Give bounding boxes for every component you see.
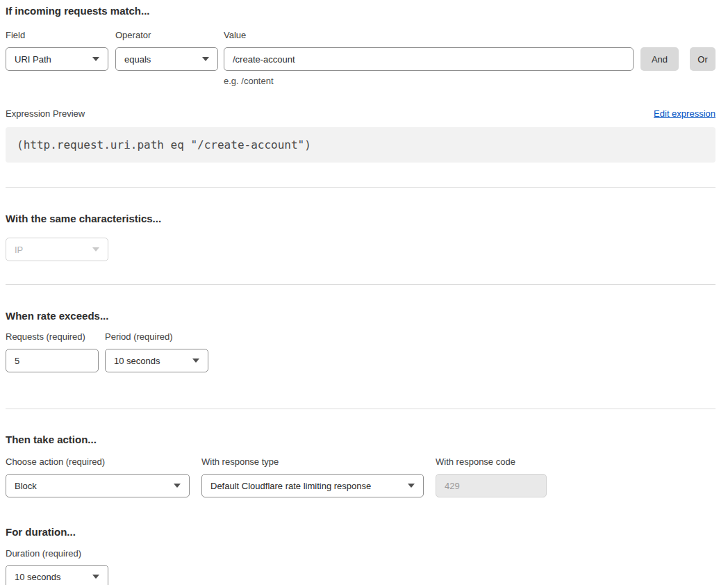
edit-expression-link[interactable]: Edit expression [654,108,715,120]
choose-action-column: Choose action (required) Block [6,456,190,497]
response-type-label: With response type [201,456,424,468]
chevron-down-icon [408,484,415,488]
characteristic-select: IP [6,238,108,261]
value-input[interactable] [224,47,634,71]
choose-action-select-value: Block [15,481,37,491]
match-section-title: If incoming requests match... [6,5,715,17]
choose-action-select[interactable]: Block [6,474,190,497]
requests-column: Requests (required) [6,331,99,372]
chevron-down-icon [192,359,199,363]
field-column: Field URI Path [6,30,108,71]
field-select-value: URI Path [15,54,51,65]
choose-action-label: Choose action (required) [6,456,190,468]
value-label: Value [224,30,634,41]
period-column: Period (required) 10 seconds [105,331,208,372]
rate-section-title: When rate exceeds... [6,310,715,322]
requests-input[interactable] [6,349,99,372]
characteristics-section-title: With the same characteristics... [6,213,715,224]
expression-code: (http.request.uri.path eq "/create-accou… [17,138,311,151]
rate-row: Requests (required) Period (required) 10… [6,331,715,372]
or-button[interactable]: Or [690,47,715,71]
operator-select-value: equals [124,54,151,65]
duration-section-title: For duration... [6,526,715,538]
expression-preview-header: Expression Preview Edit expression [6,108,715,120]
response-code-label: With response code [436,456,547,468]
characteristic-select-value: IP [15,245,23,255]
expression-preview-label: Expression Preview [6,108,85,120]
chevron-down-icon [202,57,209,61]
section-divider [6,187,715,188]
operator-label: Operator [115,30,218,41]
action-row: Choose action (required) Block With resp… [6,456,715,497]
response-type-select-value: Default Cloudflare rate limiting respons… [210,481,371,491]
operator-column: Operator equals [115,30,218,71]
action-section-title: Then take action... [6,434,715,445]
chevron-down-icon [174,484,181,488]
condition-buttons: And Or [634,47,715,71]
chevron-down-icon [92,57,99,61]
chevron-down-icon [92,247,99,252]
duration-select-value: 10 seconds [15,572,61,582]
match-condition-row: Field URI Path Operator equals Value e.g… [6,30,715,86]
period-label: Period (required) [105,331,208,343]
response-code-input [436,474,547,497]
requests-label: Requests (required) [6,331,99,343]
field-select[interactable]: URI Path [6,47,108,71]
duration-select[interactable]: 10 seconds [6,565,108,585]
expression-preview-box: (http.request.uri.path eq "/create-accou… [6,127,715,163]
response-type-column: With response type Default Cloudflare ra… [201,456,424,497]
period-select-value: 10 seconds [114,356,160,366]
response-code-column: With response code [436,456,547,497]
value-column: Value e.g. /content [224,30,634,86]
section-divider [6,284,715,285]
section-divider [6,409,715,409]
rate-limit-rule-form: If incoming requests match... Field URI … [0,0,728,585]
and-button[interactable]: And [640,47,679,71]
period-select[interactable]: 10 seconds [105,349,208,372]
field-label: Field [6,30,108,41]
value-hint: e.g. /content [224,76,634,86]
duration-label: Duration (required) [6,548,108,559]
response-type-select[interactable]: Default Cloudflare rate limiting respons… [201,474,424,497]
operator-select[interactable]: equals [115,47,218,71]
duration-column: Duration (required) 10 seconds [6,548,108,585]
chevron-down-icon [92,575,99,579]
characteristic-column: IP [6,238,108,261]
